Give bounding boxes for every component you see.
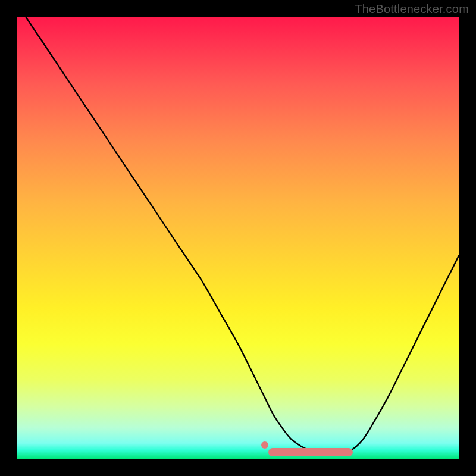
optimal-range-marker-dot [261, 441, 268, 449]
chart-area [17, 17, 459, 459]
curve-path [26, 17, 459, 453]
attribution-text: TheBottlenecker.com [355, 2, 469, 16]
bottleneck-curve [17, 17, 459, 459]
optimal-range-marker [268, 448, 353, 456]
